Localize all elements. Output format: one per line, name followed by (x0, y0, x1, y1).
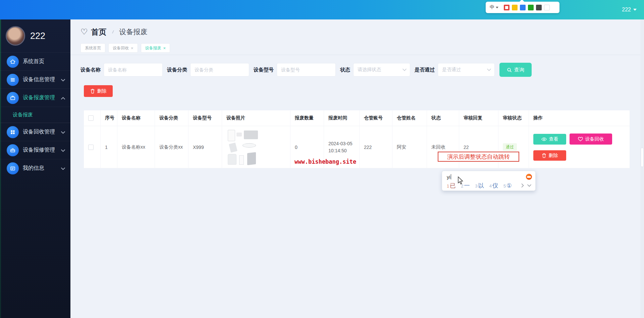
column-header: 审核回复 (459, 110, 498, 126)
list-icon (7, 74, 19, 86)
sidebar-item-my-info[interactable]: 我的信息 (0, 159, 70, 177)
candidate-number: 5 (503, 183, 506, 189)
mouse-cursor (457, 176, 464, 187)
device-photo-thumbnail[interactable] (226, 129, 260, 165)
scrollbar-track[interactable] (640, 19, 644, 318)
user-menu[interactable]: 222 (622, 0, 637, 19)
chevron-up-icon (61, 95, 65, 101)
filter-name-label: 设备名称 (80, 67, 101, 73)
column-header: 报废数量 (290, 110, 324, 126)
sidebar-item-system-home[interactable]: 系统首页 (0, 52, 70, 70)
row-delete-button[interactable]: 删除 (533, 150, 566, 161)
filter-model-label: 设备型号 (254, 67, 274, 73)
chevron-down-icon (402, 68, 407, 71)
scrollbar-thumb[interactable] (641, 148, 644, 167)
sidebar-item-device-scrap-mgmt[interactable]: 设备报废管理 (0, 89, 70, 107)
theme-swatch-white[interactable] (544, 5, 550, 10)
grid-icon (7, 126, 19, 138)
device-model-input[interactable] (277, 63, 336, 76)
ime-popup: yi 1 已 2 一 3 以 4 仪 5 ① (442, 171, 536, 191)
eye-icon (541, 137, 547, 141)
ime-candidate-1[interactable]: 1 已 (447, 182, 455, 190)
ime-candidate-3[interactable]: 3 以 (475, 182, 484, 190)
ime-logo-icon[interactable] (526, 174, 532, 180)
language-dropdown[interactable]: 中 (490, 4, 498, 10)
breadcrumb-current: 设备报废 (119, 27, 148, 37)
sidebar-item-device-recycle-mgmt[interactable]: 设备回收管理 (0, 123, 70, 141)
id-card-icon (7, 162, 19, 174)
device-name-input[interactable] (104, 63, 163, 76)
breadcrumb-home[interactable]: 首页 (91, 27, 107, 37)
tab-device-recycle[interactable]: 设备回收 × (108, 43, 138, 53)
filter-bar: 设备名称 设备分类 设备型号 状态 请选择状态 是否通过 是否通过 查询 (80, 63, 634, 77)
cell-device-model: X999 (189, 126, 222, 168)
sidebar-item-device-info[interactable]: 设备信息管理 (0, 70, 70, 89)
view-button-label: 查看 (549, 136, 558, 142)
cell-audit-status: 通过 (498, 126, 529, 168)
row-checkbox[interactable] (88, 145, 94, 150)
ime-typed-text: yi (447, 174, 450, 180)
search-button[interactable]: 查询 (499, 63, 532, 77)
theme-swatch-blue[interactable] (520, 5, 526, 10)
divider (70, 55, 644, 55)
column-header: 设备照片 (222, 110, 290, 126)
sidebar-subitem-device-scrap[interactable]: 设备报废 (0, 107, 70, 123)
cell-audit-reply: 22 (459, 126, 498, 168)
theme-picker: 中 (486, 2, 559, 13)
table-row: 1 设备名称xx 设备分类xx X999 0 2024-03-05 10:14:… (84, 126, 630, 168)
cell-device-category: 设备分类xx (155, 126, 189, 168)
row-delete-label: 删除 (549, 153, 558, 159)
status-badge: 通过 (503, 143, 517, 151)
ime-candidate-5[interactable]: 5 ① (503, 182, 512, 189)
search-button-label: 查询 (514, 67, 524, 73)
device-category-input[interactable] (190, 63, 249, 76)
view-button[interactable]: 查看 (533, 134, 566, 145)
trash-icon (90, 89, 95, 94)
approved-select-placeholder: 是否通过 (442, 67, 461, 73)
bulk-delete-label: 删除 (97, 88, 107, 94)
annotation-callout: 演示后调整状态自动跳转 (438, 152, 519, 162)
user-menu-name: 222 (622, 7, 631, 13)
scrap-date: 2024-03-05 (328, 140, 353, 147)
chevron-down-icon[interactable] (527, 184, 531, 187)
row-checkbox-cell (84, 126, 101, 168)
device-recycle-button[interactable]: 设备回收 (570, 134, 612, 145)
theme-swatches (504, 5, 550, 10)
sidebar-item-label: 设备报修管理 (23, 147, 55, 154)
select-all-checkbox[interactable] (88, 115, 94, 121)
chevron-right-icon[interactable] (521, 183, 524, 188)
tab-system-home[interactable]: 系统首页 (80, 43, 105, 53)
status-select-placeholder: 请选择状态 (358, 67, 381, 73)
column-header: 状态 (427, 110, 459, 126)
filter-approved-label: 是否通过 (415, 67, 435, 73)
candidate-char: 以 (478, 182, 484, 190)
status-select[interactable]: 请选择状态 (353, 63, 410, 76)
tab-label: 系统首页 (85, 45, 101, 51)
close-icon[interactable]: × (131, 46, 133, 51)
sidebar: 222 系统首页 设备信息管理 设备报废管理 (0, 19, 70, 318)
data-table: 序号 设备名称 设备分类 设备型号 设备照片 报废数量 报废时间 仓管账号 仓管… (84, 110, 630, 168)
tab-device-scrap[interactable]: 设备报废 × (141, 43, 170, 53)
approved-select[interactable]: 是否通过 (438, 63, 495, 76)
chevron-down-icon (61, 147, 65, 153)
chevron-down-icon (61, 129, 65, 135)
table-header-row: 序号 设备名称 设备分类 设备型号 设备照片 报废数量 报废时间 仓管账号 仓管… (84, 110, 630, 126)
column-header: 报废时间 (324, 110, 360, 126)
column-header: 设备名称 (117, 110, 155, 126)
close-icon[interactable]: × (163, 46, 166, 51)
cell-status: 未回收 (427, 126, 459, 168)
filter-status-label: 状态 (340, 67, 350, 73)
column-header: 序号 (101, 110, 117, 126)
bulk-delete-button[interactable]: 删除 (84, 85, 113, 97)
profile-name: 222 (30, 31, 45, 41)
search-icon (507, 67, 512, 72)
theme-swatch-green[interactable] (528, 5, 534, 10)
theme-swatch-yellow[interactable] (512, 5, 518, 10)
sidebar-item-device-repair-mgmt[interactable]: 设备报修管理 (0, 141, 70, 159)
ime-candidate-4[interactable]: 4 仪 (489, 182, 498, 190)
filter-category-label: 设备分类 (167, 67, 187, 73)
device-recycle-label: 设备回收 (585, 136, 604, 142)
tab-label: 设备回收 (113, 45, 129, 51)
theme-swatch-red[interactable] (504, 5, 509, 10)
theme-swatch-dark-gray[interactable] (536, 5, 542, 10)
